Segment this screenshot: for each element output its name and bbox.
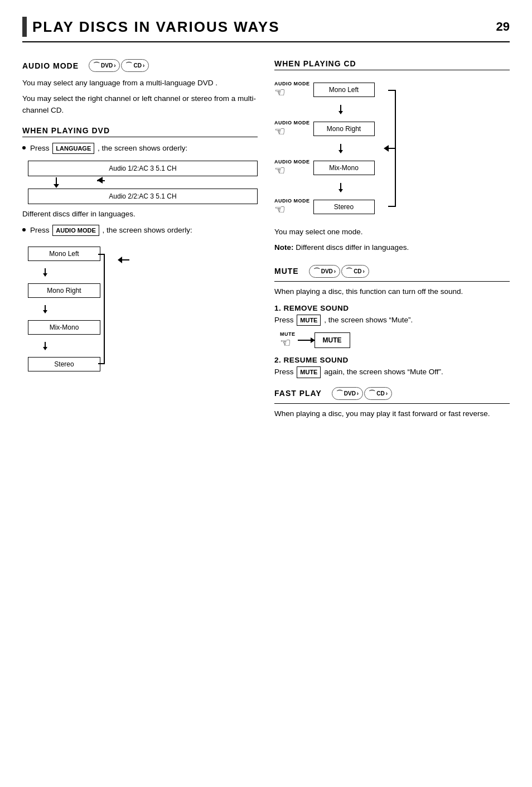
cd-flow-box-4: Stereo xyxy=(313,200,375,214)
audio-mode-header: AUDIO MODE ⌒DVD› ⌒CD› xyxy=(22,59,258,72)
audio-mode-title: AUDIO MODE xyxy=(22,61,79,70)
audio-mode-body2: You may select the right channel or left… xyxy=(22,93,258,116)
dvd-arrow-line-1 xyxy=(56,177,57,187)
mute-flow-hand: ☜ xyxy=(280,337,291,349)
fast-play-divider xyxy=(274,403,510,404)
left-column: AUDIO MODE ⌒DVD› ⌒CD› You may select any… xyxy=(22,59,258,424)
cd-note2-rest: Different discs differ in languages. xyxy=(296,243,409,252)
lf-entry-1: Mono Left xyxy=(28,242,100,266)
lf-box-stereo: Stereo xyxy=(28,357,100,371)
mute-horiz-arrow xyxy=(298,340,315,341)
cd-arrow-line-2 xyxy=(340,144,341,153)
cb-bottom-line xyxy=(98,363,105,364)
bullet-audio-mode: Press AUDIO MODE , the screen shows orde… xyxy=(22,225,258,236)
cd-row-4: AUDIO MODE ☜ Stereo xyxy=(274,193,375,221)
cd-bracket-bottom xyxy=(388,206,396,207)
lf-arrow-3 xyxy=(45,340,100,352)
cd-note2-bold: Note: xyxy=(274,243,294,252)
cd-row-1-label: AUDIO MODE ☜ xyxy=(274,81,310,99)
fast-play-dvd-badge: ⌒DVD› xyxy=(332,387,363,400)
right-column: WHEN PLAYING CD AUDIO MODE ☜ Mono Left xyxy=(274,59,510,424)
cd-bracket-mid xyxy=(388,148,396,149)
page-header: PLAY DISCS IN VARIOUS WAYS 29 xyxy=(22,17,510,42)
dvd-flow-box-1: Audio 1/2:AC 3 5.1 CH xyxy=(28,161,258,176)
cd-bracket-arrow xyxy=(384,145,389,152)
lf-arrow-line-1 xyxy=(45,268,46,276)
cb-arrow xyxy=(122,259,129,260)
cd-arrow-head-3 xyxy=(338,189,343,192)
cb-vert-line xyxy=(104,254,105,364)
cd-hand-2: ☜ xyxy=(274,125,286,138)
dvd-cd-badges: ⌒DVD› ⌒CD› xyxy=(89,59,149,72)
page-title: PLAY DISCS IN VARIOUS WAYS xyxy=(32,18,280,36)
mute-dvd-badge: ⌒DVD› xyxy=(309,265,340,278)
dvd-flow: Audio 1/2:AC 3 5.1 CH Audio 2/2:AC 3 5.1… xyxy=(28,161,258,204)
mute-divider xyxy=(274,281,510,282)
page: PLAY DISCS IN VARIOUS WAYS 29 AUDIO MODE… xyxy=(0,0,532,787)
cd-flow-box-3: Mix-Mono xyxy=(313,161,375,175)
when-playing-cd-section: WHEN PLAYING CD AUDIO MODE ☜ Mono Left xyxy=(274,59,510,254)
cd-row-1: AUDIO MODE ☜ Mono Left xyxy=(274,76,375,104)
fast-play-body: When playing a disc, you may play it fas… xyxy=(274,408,510,419)
mute-key-2: MUTE xyxy=(297,366,321,378)
mute-cd-badge: ⌒CD› xyxy=(341,265,369,278)
cd-flow-diagram: AUDIO MODE ☜ Mono Left xyxy=(274,76,510,221)
when-playing-cd-title: WHEN PLAYING CD xyxy=(274,59,510,70)
when-playing-dvd-section: WHEN PLAYING DVD Press LANGUAGE , the sc… xyxy=(22,126,258,376)
fast-play-cd-badge: ⌒CD› xyxy=(364,387,392,400)
lf-box-mono-left: Mono Left xyxy=(28,247,100,261)
mute-flow-label-hand: MUTE ☜ xyxy=(280,331,296,349)
mute-header: MUTE ⌒DVD› ⌒CD› xyxy=(274,265,510,278)
resume-sound-text: Press MUTE again, the screen shows “Mute… xyxy=(274,366,510,378)
fast-play-dvd-cd-badges: ⌒DVD› ⌒CD› xyxy=(332,387,392,400)
dvd-badge: ⌒DVD› xyxy=(89,59,120,72)
audio-mode-key: AUDIO MODE xyxy=(52,225,99,236)
cd-row-2: AUDIO MODE ☜ Mono Right xyxy=(274,115,375,143)
cd-bracket-top xyxy=(388,90,396,91)
page-title-bar: PLAY DISCS IN VARIOUS WAYS xyxy=(22,17,496,37)
cd-row-3-label: AUDIO MODE ☜ xyxy=(274,159,310,177)
mute-flow-box: MUTE xyxy=(315,332,350,348)
cd-hand-1: ☜ xyxy=(274,86,286,99)
content-columns: AUDIO MODE ⌒DVD› ⌒CD› You may select any… xyxy=(22,59,510,424)
cd-note1: You may select one mode. xyxy=(274,226,510,238)
dvd-audio-flow: Mono Left Mono Right xyxy=(28,242,258,376)
fast-play-title: FAST PLAY xyxy=(274,389,322,398)
cd-arrow-head-1 xyxy=(338,111,343,114)
fast-play-section: FAST PLAY ⌒DVD› ⌒CD› When playing a disc… xyxy=(274,387,510,419)
resume-sound-title: 2. RESUME SOUND xyxy=(274,356,510,364)
lf-entry-4: Stereo xyxy=(28,352,100,376)
cd-arrow-2 xyxy=(340,143,375,154)
bracket-arrow-head xyxy=(97,177,103,184)
language-key: LANGUAGE xyxy=(52,143,94,154)
lf-arrow-2 xyxy=(45,303,100,315)
cd-right-bracket xyxy=(379,76,396,221)
bullet1-text: Press LANGUAGE , the screen shows orderl… xyxy=(30,143,187,154)
mute-dvd-cd-badges: ⌒DVD› ⌒CD› xyxy=(309,265,369,278)
cd-arrow-head-2 xyxy=(338,150,343,153)
mute-body: When playing a disc, this function can t… xyxy=(274,286,510,297)
bullet-dot-1 xyxy=(22,146,26,149)
cd-hand-4: ☜ xyxy=(274,204,286,216)
cd-row-3: AUDIO MODE ☜ Mix-Mono xyxy=(274,154,375,182)
dvd-arrow-1 xyxy=(56,176,258,189)
mute-title: MUTE xyxy=(274,267,299,276)
bullet-dot-2 xyxy=(22,228,26,231)
cd-note2: Note: Different discs differ in language… xyxy=(274,242,510,253)
lf-entry-3: Mix-Mono xyxy=(28,315,100,340)
remove-sound-text: Press MUTE , the screen shows “Mute”. xyxy=(274,315,510,326)
cd-badge: ⌒CD› xyxy=(121,59,149,72)
lf-arrow-line-3 xyxy=(45,342,46,350)
mute-section: MUTE ⌒DVD› ⌒CD› When playing a disc, thi… xyxy=(274,265,510,378)
cd-arrow-line-1 xyxy=(340,105,341,114)
cd-arrow-3 xyxy=(340,182,375,193)
mute-key-1: MUTE xyxy=(297,315,321,326)
bullet-language: Press LANGUAGE , the screen shows orderl… xyxy=(22,143,258,154)
dvd-audio-flow-boxes: Mono Left Mono Right xyxy=(28,242,100,376)
cd-arrow-1 xyxy=(340,104,375,115)
cd-flow-left: AUDIO MODE ☜ Mono Left xyxy=(274,76,375,221)
cd-arrow-line-3 xyxy=(340,183,341,192)
lf-box-mix-mono: Mix-Mono xyxy=(28,320,100,335)
dvd-text-between: Different discs differ in languages. xyxy=(22,209,258,220)
lf-box-mono-right: Mono Right xyxy=(28,283,100,298)
